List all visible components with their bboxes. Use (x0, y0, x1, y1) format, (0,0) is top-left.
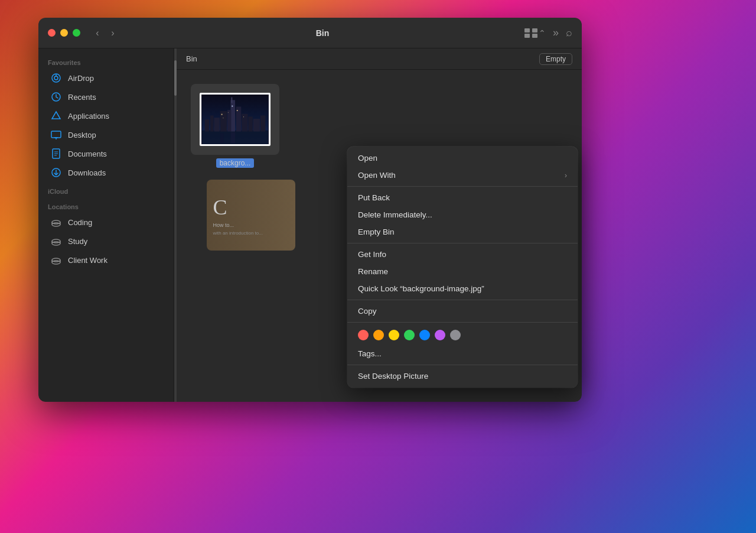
sidebar-item-documents-label: Documents (68, 150, 107, 158)
fullscreen-button[interactable] (73, 29, 80, 37)
sidebar-item-desktop[interactable]: Desktop (42, 126, 170, 144)
svg-rect-45 (223, 118, 223, 118)
sidebar-item-study[interactable]: Study (42, 232, 170, 250)
context-menu-quick-look[interactable]: Quick Look “background-image.jpg” (347, 280, 578, 297)
svg-rect-34 (214, 118, 220, 131)
context-menu: Open Open With › Put Back Delete Immedia… (347, 147, 578, 388)
locations-label: Locations (38, 197, 174, 213)
file-thumbnail-book: C How to... with an introduction to... (207, 180, 295, 251)
sidebar-item-coding-label: Coding (68, 218, 92, 227)
context-menu-colors (347, 325, 578, 345)
path-bar: Bin Empty (177, 48, 582, 70)
downloads-icon (50, 167, 62, 178)
svg-point-23 (52, 239, 60, 243)
svg-point-27 (52, 258, 60, 262)
svg-rect-49 (243, 116, 244, 117)
file-thumbnail-background (191, 84, 279, 155)
sidebar-item-recents[interactable]: Recents (42, 88, 170, 106)
recents-icon (50, 91, 62, 103)
file-name-background: backgro... (216, 158, 255, 168)
context-menu-put-back[interactable]: Put Back (347, 189, 578, 206)
minimize-button[interactable] (60, 29, 68, 37)
context-menu-get-info[interactable]: Get Info (347, 246, 578, 263)
book-initial: C (213, 195, 289, 220)
color-green[interactable] (404, 330, 415, 340)
context-menu-delete-label: Delete Immediately... (358, 210, 432, 219)
color-purple[interactable] (435, 330, 445, 340)
sidebar-item-applications-label: Applications (68, 112, 109, 121)
documents-icon (50, 148, 62, 160)
context-menu-empty-bin[interactable]: Empty Bin (347, 223, 578, 240)
color-yellow[interactable] (389, 330, 399, 340)
book-preview: C How to... with an introduction to... (207, 180, 295, 251)
context-menu-rename[interactable]: Rename (347, 263, 578, 280)
sidebar-item-downloads[interactable]: Downloads (42, 164, 170, 181)
applications-icon (50, 110, 62, 122)
context-menu-rename-label: Rename (358, 267, 388, 276)
sidebar-item-airdrop-label: AirDrop (68, 74, 94, 83)
color-gray[interactable] (450, 330, 461, 340)
context-menu-divider-5 (347, 365, 578, 365)
context-menu-delete-immediately[interactable]: Delete Immediately... (347, 206, 578, 223)
svg-rect-47 (228, 112, 229, 113)
title-bar: ‹ › Bin ⌃ » ⌕ (38, 18, 582, 48)
image-preview (200, 93, 271, 146)
context-menu-divider-1 (347, 186, 578, 187)
svg-rect-2 (524, 34, 530, 38)
sidebar-item-recents-label: Recents (68, 93, 96, 102)
svg-rect-43 (260, 115, 265, 131)
svg-rect-33 (210, 115, 214, 131)
sidebar-item-clientwork-label: Client Work (68, 256, 107, 265)
path-label: Bin (186, 54, 197, 63)
context-menu-set-desktop-label: Set Desktop Picture (358, 372, 428, 381)
svg-rect-9 (51, 131, 61, 138)
sidebar-item-airdrop[interactable]: AirDrop (42, 69, 170, 87)
context-menu-open-with[interactable]: Open With › (347, 167, 578, 184)
svg-rect-3 (532, 34, 537, 38)
context-menu-copy[interactable]: Copy (347, 303, 578, 320)
svg-rect-35 (220, 111, 227, 132)
back-button[interactable]: ‹ (90, 25, 105, 41)
sidebar-item-downloads-label: Downloads (68, 168, 106, 177)
svg-point-5 (54, 76, 58, 80)
svg-rect-38 (227, 110, 232, 131)
more-options-button[interactable]: » (553, 27, 559, 39)
svg-rect-48 (237, 110, 238, 111)
context-menu-quick-look-label: Quick Look “background-image.jpg” (358, 284, 484, 293)
color-blue[interactable] (419, 330, 430, 340)
book-desc: with an introduction to... (213, 230, 289, 236)
sidebar-item-study-label: Study (68, 237, 87, 246)
context-menu-put-back-label: Put Back (358, 193, 390, 202)
sidebar-item-documents[interactable]: Documents (42, 145, 170, 162)
drive-icon-clientwork (50, 254, 62, 266)
sidebar-item-desktop-label: Desktop (68, 131, 96, 139)
close-button[interactable] (48, 29, 56, 37)
svg-rect-37 (231, 98, 232, 103)
file-item-book[interactable]: C How to... with an introduction to... (207, 180, 295, 251)
sidebar-item-clientwork[interactable]: Client Work (42, 251, 170, 269)
svg-rect-36 (231, 100, 235, 131)
svg-rect-1 (532, 28, 537, 32)
context-menu-open[interactable]: Open (347, 150, 578, 167)
context-menu-get-info-label: Get Info (358, 250, 386, 259)
color-red[interactable] (358, 330, 369, 340)
favourites-label: Favourites (38, 53, 174, 69)
book-subtitle: How to... (213, 222, 289, 228)
context-menu-divider-2 (347, 243, 578, 243)
context-menu-tags[interactable]: Tags... (347, 345, 578, 362)
color-orange[interactable] (373, 330, 384, 340)
view-toggle-button[interactable]: ⌃ (524, 28, 546, 38)
sidebar: Favourites AirDrop (38, 48, 174, 402)
context-menu-set-desktop[interactable]: Set Desktop Picture (347, 368, 578, 385)
context-menu-copy-label: Copy (358, 307, 377, 316)
chevron-right-icon: › (565, 171, 567, 180)
empty-button[interactable]: Empty (539, 53, 572, 65)
sidebar-item-applications[interactable]: Applications (42, 107, 170, 125)
forward-button[interactable]: › (105, 25, 120, 41)
search-button[interactable]: ⌕ (566, 27, 572, 39)
window-title: Bin (120, 28, 524, 38)
file-item-background[interactable]: backgro... (191, 84, 279, 168)
sidebar-item-coding[interactable]: Coding (42, 213, 170, 231)
drive-icon-study (50, 235, 62, 247)
svg-rect-46 (232, 106, 233, 107)
